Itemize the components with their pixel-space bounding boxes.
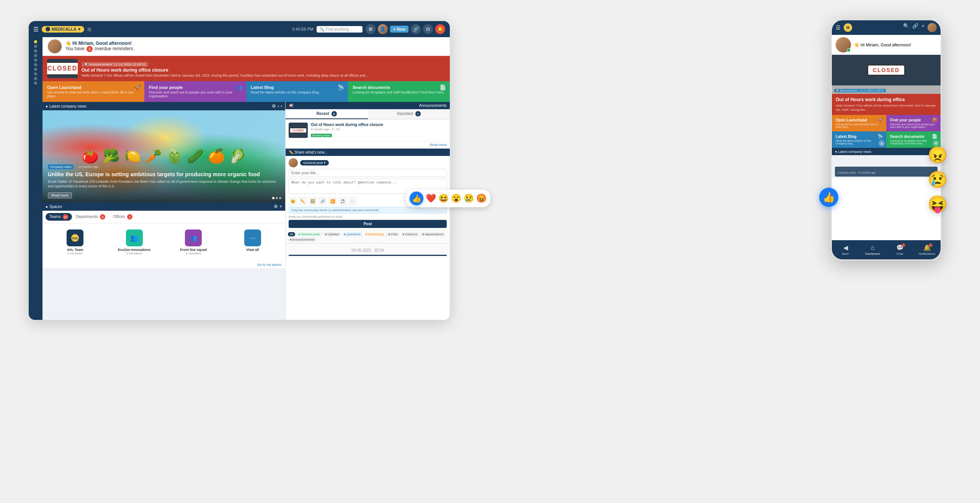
announcement-banner[interactable]: 📢 CLOSED 📢 Announcement: 11-12-2024 12:4… bbox=[42, 56, 450, 81]
audio-tool[interactable]: 🎵 bbox=[338, 197, 347, 205]
go-to-teams-link[interactable]: Go to my teams bbox=[42, 261, 285, 268]
sidebar-item-8[interactable] bbox=[34, 72, 37, 75]
grid2-icon[interactable]: ⊟ bbox=[423, 24, 433, 34]
search-icon: 🔍 bbox=[320, 27, 324, 31]
spaces-settings-icon[interactable]: ⚙ bbox=[274, 204, 278, 209]
post-button[interactable]: Post bbox=[289, 220, 447, 228]
grid-icon[interactable]: ⊞ bbox=[366, 24, 376, 34]
filter-general[interactable]: ● General posts bbox=[296, 232, 322, 236]
sidebar-item-1[interactable] bbox=[34, 40, 37, 43]
new-button[interactable]: + New bbox=[390, 26, 408, 33]
launchpad-icon: 🚀 bbox=[134, 84, 140, 90]
mobile-ann-tag: 📢 Announcement: 11-12-2024 12:45:51 bbox=[834, 89, 886, 92]
team-card-avl[interactable]: AVL AVL Team 4 members bbox=[46, 226, 105, 258]
read-more-button[interactable]: Read more bbox=[48, 192, 72, 198]
quick-link-docs[interactable]: 📄 Search documents Looking for templates… bbox=[348, 81, 450, 102]
emoji-tool[interactable]: 😊 bbox=[289, 197, 297, 205]
search-bar[interactable]: 🔍 Find anything... bbox=[317, 26, 363, 33]
tab-departments[interactable]: Departments 8 bbox=[72, 213, 109, 221]
team-card-viewall[interactable]: ··· View all bbox=[223, 226, 283, 258]
link-tool[interactable]: 🔗 bbox=[318, 197, 327, 205]
sidebar-item-3[interactable] bbox=[34, 49, 37, 52]
filter-appreciations[interactable]: ● Appreciations bbox=[420, 232, 445, 236]
closed-sign: 📢 CLOSED bbox=[47, 62, 78, 75]
ann-item-1[interactable]: CLOSED Out of Hours work during office c… bbox=[286, 120, 450, 141]
nav-next[interactable]: › bbox=[281, 103, 282, 109]
sidebar-item-4[interactable] bbox=[34, 54, 37, 57]
image-tool[interactable]: 🖼️ bbox=[309, 197, 317, 205]
mobile-quick-blog[interactable]: 📡 Latest Blog Read the latest articles o… bbox=[832, 131, 886, 148]
reminder-prefix: You have bbox=[65, 46, 85, 51]
mobile-brand: M bbox=[844, 23, 852, 32]
post-type-selector[interactable]: General post ▾ bbox=[300, 160, 329, 165]
notification-icon[interactable]: 🔔 bbox=[435, 24, 445, 34]
mobile-search-icon[interactable]: 🔍 bbox=[903, 23, 909, 32]
filter-updates[interactable]: ● Updates bbox=[323, 232, 341, 236]
filter-all[interactable]: All bbox=[288, 232, 295, 236]
sidebar-item-2[interactable] bbox=[34, 45, 37, 48]
ann-tab-important[interactable]: Important 0 bbox=[368, 109, 450, 119]
filter-announcements[interactable]: ● Announcements bbox=[288, 238, 316, 242]
link-icon[interactable]: 🔗 bbox=[411, 24, 421, 34]
news-dot-3[interactable] bbox=[279, 197, 281, 199]
expand-icon[interactable]: ⊞ bbox=[87, 26, 91, 32]
tab-offices[interactable]: Offices 3 bbox=[109, 213, 136, 221]
video-tool[interactable]: ▶️ bbox=[328, 197, 337, 205]
mobile-user-avatar[interactable] bbox=[928, 23, 937, 32]
mobile-quick-people[interactable]: 😡 Find your people Discover and reach ou… bbox=[886, 115, 941, 131]
mobile-chat-btn[interactable]: 💬 2 Chat bbox=[886, 244, 913, 256]
sidebar-item-7[interactable] bbox=[34, 68, 37, 71]
reaction-haha[interactable]: 😆 bbox=[438, 193, 449, 203]
brand-pill[interactable]: MEDICALLA ▾ bbox=[42, 26, 84, 33]
filter-polls[interactable]: ● Polls bbox=[386, 232, 399, 236]
mobile-blog-icon: 📡 bbox=[877, 134, 883, 139]
news-dot-1[interactable] bbox=[272, 197, 274, 199]
more-tool[interactable]: ⋯ bbox=[348, 197, 357, 205]
reaction-wow[interactable]: 😮 bbox=[451, 193, 461, 203]
reaction-like-button[interactable]: 👍 bbox=[410, 192, 423, 205]
reaction-love[interactable]: ❤️ bbox=[426, 193, 436, 203]
mobile-scroll-up-btn[interactable]: ▲ bbox=[879, 140, 885, 146]
sidebar-item-9[interactable] bbox=[34, 77, 37, 80]
dashboard-icon: ⌂ bbox=[871, 244, 875, 251]
notif-badge-wrapper: 🔔 1 bbox=[923, 244, 931, 251]
settings-icon[interactable]: ⚙ bbox=[272, 103, 276, 109]
nav-icons: ⊞ 👤 + New 🔗 ⊟ 🔔 bbox=[366, 24, 445, 34]
reaction-angry[interactable]: 😡 bbox=[476, 193, 487, 203]
news-hero[interactable]: 🍅 🥦 🍋 🥕 🫑 🥒 🍊 🥬 Company news 12 months a… bbox=[42, 110, 285, 202]
hamburger-icon[interactable]: ☰ bbox=[33, 26, 39, 33]
quick-link-launchpad[interactable]: 🚀 Open Launchpad Get access to external … bbox=[42, 81, 144, 102]
reaction-sad[interactable]: 😢 bbox=[464, 193, 474, 203]
back-label: Back bbox=[842, 252, 849, 256]
filter-introducing[interactable]: ● Introducing bbox=[364, 232, 385, 236]
news-dot-2[interactable] bbox=[276, 197, 278, 199]
ann-read-more[interactable]: Read more bbox=[286, 141, 450, 148]
sidebar-item-6[interactable] bbox=[34, 63, 37, 66]
mobile-hamburger-icon[interactable]: ☰ bbox=[836, 25, 841, 31]
share-section: ✏️ Share what's new... General post ▾ 😊 … bbox=[286, 148, 450, 230]
user-avatar-nav[interactable]: 👤 bbox=[378, 24, 388, 34]
mobile-link-icon[interactable]: 🔗 bbox=[912, 23, 918, 32]
spaces-add-icon[interactable]: + bbox=[279, 204, 282, 209]
sidebar-item-10[interactable] bbox=[34, 82, 37, 85]
mobile-dashboard-btn[interactable]: ⌂ Dashboard bbox=[859, 244, 886, 256]
ann-tab-recent[interactable]: Recent 0 bbox=[286, 109, 368, 119]
format-tool[interactable]: ✏️ bbox=[299, 197, 307, 205]
filter-questions[interactable]: ● Questions bbox=[342, 232, 363, 236]
sidebar-item-5[interactable] bbox=[34, 59, 37, 62]
quick-link-people[interactable]: 👥 Find your people Discover and reach ou… bbox=[144, 81, 246, 102]
post-title-input[interactable] bbox=[289, 169, 447, 177]
mobile-add-icon[interactable]: + bbox=[921, 23, 924, 32]
team-card-ecozen[interactable]: 👥 EcoZen Innovations 2 members bbox=[105, 226, 164, 258]
team-card-frontline[interactable]: 👥 Front line squad 9 members bbox=[164, 226, 223, 258]
floating-thumbsup[interactable]: 👍 bbox=[819, 188, 838, 207]
nav-prev[interactable]: ‹ bbox=[278, 103, 279, 109]
mobile-quick-launchpad[interactable]: 🚀 Open Launchpad Get access to external … bbox=[832, 115, 886, 131]
mobile-notifications-btn[interactable]: 🔔 1 Notifications bbox=[913, 244, 941, 256]
quick-link-blog[interactable]: 📡 Latest Blog Read the latest articles o… bbox=[246, 81, 348, 102]
desktop-app: ☰ MEDICALLA ▾ ⊞ 3:40:58 PM 🔍 Find anythi… bbox=[29, 21, 450, 320]
filter-checkin[interactable]: ● Check-in bbox=[401, 232, 420, 236]
mobile-back-btn[interactable]: ◀ Back bbox=[832, 244, 859, 256]
tab-teams[interactable]: Teams 20 bbox=[46, 213, 72, 221]
mobile-blog-desc: Read the latest articles on the company … bbox=[836, 139, 882, 145]
